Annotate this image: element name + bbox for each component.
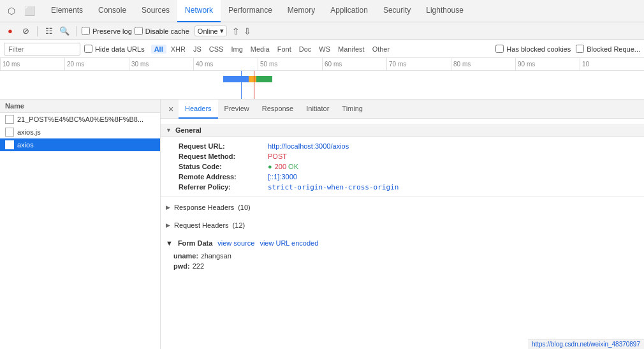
- file-name-0: 21_POST%E4%BC%A0%E5%8F%B8...: [17, 115, 143, 123]
- upload-icon[interactable]: ⇧: [232, 26, 240, 36]
- file-item-2[interactable]: axios: [0, 138, 160, 151]
- has-blocked-checkbox[interactable]: [495, 45, 504, 53]
- details-tab-preview[interactable]: Preview: [218, 100, 256, 119]
- view-source-link[interactable]: view source: [217, 239, 254, 247]
- tab-elements[interactable]: Elements: [43, 0, 91, 22]
- file-icon-0: [5, 115, 14, 124]
- file-item-1[interactable]: axios.js: [0, 126, 160, 138]
- form-data-uname: uname: zhangsan: [161, 251, 644, 261]
- record-button[interactable]: ●: [4, 25, 17, 38]
- filter-btn-xhr[interactable]: XHR: [168, 45, 189, 54]
- filter-btn-font[interactable]: Font: [274, 45, 295, 54]
- ruler-80ms: 80 ms: [451, 58, 515, 70]
- form-data-pwd: pwd: 222: [161, 261, 644, 271]
- tab-memory[interactable]: Memory: [280, 0, 323, 22]
- filter-input[interactable]: [4, 43, 80, 56]
- download-icon[interactable]: ⇩: [244, 26, 251, 36]
- view-url-encoded-link[interactable]: view URL encoded: [260, 239, 318, 247]
- referrer-policy-key: Referrer Policy:: [179, 183, 268, 191]
- inspect-icon[interactable]: ⬡: [3, 2, 20, 20]
- filter-btn-other[interactable]: Other: [369, 45, 393, 54]
- hide-data-urls-text: Hide data URLs: [95, 45, 145, 53]
- general-section-header[interactable]: ▼ General: [161, 124, 644, 137]
- has-blocked-text: Has blocked cookies: [506, 45, 571, 53]
- filter-bar: Hide data URLs All XHR JS CSS Img Media …: [0, 40, 644, 58]
- tab-console[interactable]: Console: [91, 0, 134, 22]
- filter-extra-checkboxes: Has blocked cookies Blocked Reque...: [495, 45, 640, 53]
- file-item-0[interactable]: 21_POST%E4%BC%A0%E5%8F%B8...: [0, 113, 160, 126]
- tab-network[interactable]: Network: [177, 0, 221, 22]
- filter-icon[interactable]: ☷: [43, 25, 55, 38]
- preserve-log-text: Preserve log: [92, 27, 132, 35]
- hide-data-urls-checkbox[interactable]: [84, 45, 92, 53]
- request-method-row: Request Method: POST: [173, 151, 644, 161]
- disable-cache-label[interactable]: Disable cache: [135, 27, 189, 35]
- ruler-60ms: 60 ms: [322, 58, 386, 70]
- top-tab-bar: ⬡ ⬜ Elements Console Sources Network Per…: [0, 0, 644, 22]
- details-tab-initiator[interactable]: Initiator: [300, 100, 335, 119]
- form-data-triangle-icon: ▼: [166, 239, 173, 247]
- filter-btn-media[interactable]: Media: [247, 45, 273, 54]
- details-tab-response[interactable]: Response: [256, 100, 300, 119]
- request-url-key: Request URL:: [179, 142, 268, 150]
- blocked-req-checkbox[interactable]: [576, 45, 584, 53]
- timeline-line-blue: [241, 71, 242, 100]
- ruler-30ms: 30 ms: [129, 58, 193, 70]
- tab-lighthouse[interactable]: Lighthouse: [418, 0, 471, 22]
- tab-security[interactable]: Security: [376, 0, 418, 22]
- form-uname-key: uname:: [173, 252, 198, 260]
- response-headers-title: Response Headers: [174, 204, 234, 211]
- blocked-req-label[interactable]: Blocked Reque...: [576, 45, 640, 53]
- filter-btn-css[interactable]: CSS: [206, 45, 227, 54]
- tab-application[interactable]: Application: [323, 0, 376, 22]
- filter-btn-ws[interactable]: WS: [316, 45, 333, 54]
- preserve-log-label[interactable]: Preserve log: [82, 27, 132, 35]
- response-headers-count: (10): [238, 204, 251, 211]
- toolbar-separator-1: [37, 26, 38, 36]
- preserve-log-checkbox[interactable]: [82, 27, 90, 35]
- details-tab-headers[interactable]: Headers: [179, 100, 218, 119]
- timeline-bar-blue: [223, 76, 249, 82]
- close-details-button[interactable]: ×: [163, 101, 179, 117]
- device-icon[interactable]: ⬜: [20, 2, 38, 20]
- details-content: ▼ General Request URL: http://localhost:…: [161, 119, 644, 279]
- filter-btn-manifest[interactable]: Manifest: [335, 45, 368, 54]
- timeline-bar-orange: [249, 76, 256, 82]
- referrer-policy-val: strict-origin-when-cross-origin: [268, 183, 399, 191]
- request-headers-header[interactable]: ▶ Request Headers (12): [161, 218, 644, 233]
- clear-button[interactable]: ⊘: [19, 25, 32, 38]
- import-export: ⇧ ⇩: [232, 26, 251, 36]
- hide-data-urls-label[interactable]: Hide data URLs: [84, 45, 145, 53]
- general-section-body: Request URL: http://localhost:3000/axios…: [161, 137, 644, 197]
- response-headers-header[interactable]: ▶ Response Headers (10): [161, 200, 644, 215]
- search-icon[interactable]: 🔍: [58, 25, 71, 38]
- online-select[interactable]: Online ▾: [194, 26, 227, 36]
- status-code-val: ●200 OK: [268, 163, 298, 170]
- filter-type-buttons: All XHR JS CSS Img Media Font Doc WS Man…: [151, 45, 393, 54]
- filter-btn-js[interactable]: JS: [190, 45, 205, 54]
- form-pwd-key: pwd:: [173, 262, 190, 270]
- form-pwd-val: 222: [193, 262, 204, 270]
- response-headers-section: ▶ Response Headers (10): [161, 200, 644, 215]
- request-method-key: Request Method:: [179, 152, 268, 160]
- details-tab-timing[interactable]: Timing: [335, 100, 369, 119]
- file-icon-1: [5, 128, 14, 137]
- filter-btn-img[interactable]: Img: [228, 45, 245, 54]
- main-area: Name 21_POST%E4%BC%A0%E5%8F%B8... axios.…: [0, 100, 644, 349]
- request-method-val: POST: [268, 152, 287, 160]
- filter-btn-doc[interactable]: Doc: [296, 45, 315, 54]
- ruler-50ms: 50 ms: [258, 58, 322, 70]
- request-headers-count: (12): [233, 221, 245, 229]
- network-toolbar: ● ⊘ ☷ 🔍 Preserve log Disable cache Onlin…: [0, 22, 644, 40]
- details-tabs: × Headers Preview Response Initiator Tim…: [161, 100, 644, 119]
- tab-performance[interactable]: Performance: [221, 0, 280, 22]
- form-uname-val: zhangsan: [201, 252, 231, 260]
- disable-cache-text: Disable cache: [145, 27, 189, 35]
- form-data-section: ▼ Form Data view source view URL encoded…: [161, 235, 644, 271]
- disable-cache-checkbox[interactable]: [135, 27, 143, 35]
- request-url-row: Request URL: http://localhost:3000/axios: [173, 141, 644, 151]
- filter-btn-all[interactable]: All: [151, 45, 166, 54]
- tab-sources[interactable]: Sources: [134, 0, 177, 22]
- status-code-row: Status Code: ●200 OK: [173, 161, 644, 172]
- has-blocked-label[interactable]: Has blocked cookies: [495, 45, 571, 53]
